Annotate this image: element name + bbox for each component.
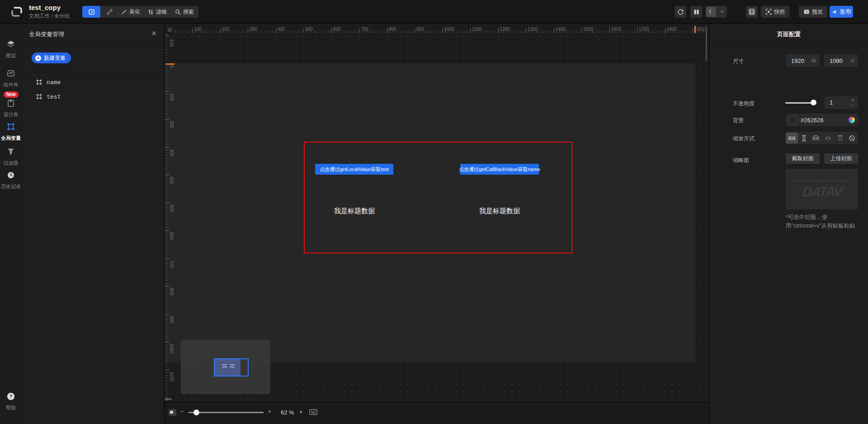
scale-uniform-button[interactable] [822,132,834,144]
zoom-slider-handle[interactable] [193,410,199,415]
config-panel-title: 页面配置 [709,23,868,46]
step-down-button[interactable]: − [849,102,856,108]
zoom-percent-value[interactable]: 62 % [281,409,294,416]
ruler-label: 300 [169,149,174,157]
new-variable-label: 新建变量 [44,54,66,62]
ruler-tick [165,36,170,36]
left-icon-bar: 图层 组件库 New 设计库 全局变量 过滤器 历史记录 ? 帮助 [0,23,22,424]
ruler-tick [165,258,170,259]
canvas-footer-bar: − + 62 % ▼ [165,402,709,424]
sidebar-item-help[interactable]: ? 帮助 [0,392,22,411]
sidebar-item-global-vars[interactable]: 全局变量 [0,122,22,142]
publish-button[interactable]: 发布 [830,6,853,18]
sidebar-item-filters[interactable]: 过滤器 [0,147,22,167]
opacity-slider-handle[interactable] [811,100,816,105]
sidebar-label: 帮助 [0,405,22,411]
ruler-tick [470,28,471,33]
canvas-workspace[interactable]: 点击通过getLocalValue获取test 点击通过getCallBackV… [165,23,709,424]
ruler-label: 400 [169,176,174,184]
edit-doc-icon [88,9,95,15]
sidebar-item-components[interactable]: 组件库 [0,69,22,88]
scale-full-button[interactable] [810,132,822,144]
edit-mode-tab[interactable] [82,6,100,18]
top-bar: test_copy 文档工作 / 未分组 美化 滤镜 搜索 [0,0,868,24]
minimap[interactable] [181,340,270,394]
component-library-icon [6,69,15,78]
canvas-button-getlocalvalue[interactable]: 点击通过getLocalValue获取test [315,164,393,175]
minimap-viewport[interactable] [214,358,249,376]
ruler-tick [220,28,221,33]
variable-name: test [47,93,61,100]
ruler-tick [387,28,387,33]
color-swatch[interactable] [789,116,797,124]
selection-outline[interactable] [304,142,572,253]
vertical-scrollbar[interactable] [706,26,707,61]
dark-mode-button[interactable]: ☾ [706,7,716,17]
canvas-title-text[interactable]: 我是标题数据 [316,207,393,217]
sidebar-item-layers[interactable]: 图层 [0,40,22,59]
keyboard-shortcuts-icon[interactable] [309,409,317,415]
ruler-tick [165,63,170,64]
snapshot-button[interactable]: 快照 [761,6,789,18]
minimap-buttons-glyph [222,364,227,368]
moon-icon: ☾ [709,9,714,15]
opacity-stepper[interactable]: 1 + − [824,96,858,109]
scale-mode-label: 缩放方式 [733,135,755,143]
zoom-slider-track[interactable] [189,412,264,413]
ruler-label: 1200 [500,27,510,32]
variable-list-item[interactable]: test [22,89,165,104]
node-mode-tab[interactable] [100,6,118,18]
ruler-label: 500 [169,205,174,212]
minimap-page-thumb [215,359,241,376]
ruler-tick [693,28,693,33]
variable-list-item[interactable]: name [22,75,165,89]
preview-button[interactable]: 预览 [799,6,827,18]
feedback-button[interactable]: ! [746,6,758,18]
zoom-out-button[interactable]: − [180,408,184,415]
canvas-title-text[interactable]: 我是标题数据 [461,207,538,217]
app-logo-icon[interactable] [10,5,24,19]
breadcrumb: 文档工作 / 未分组 [29,13,70,19]
panel-layout-button[interactable] [690,6,702,18]
sliders-icon [148,9,154,15]
ruler-label: 800 [169,288,174,295]
new-variable-button[interactable]: + 新建变量 [32,52,71,63]
canvas-button-getcallbackvalue[interactable]: 点击通过getCallBackValue获取name [460,164,539,175]
ruler-toggle-icon[interactable]: ⊘ [167,26,172,33]
sidebar-label: 全局变量 [0,135,22,142]
filter-effects-button[interactable]: 滤镜 [143,6,171,18]
ruler-tick [665,28,665,33]
ruler-tick [192,28,193,33]
upload-cover-button[interactable]: 上传封面 [824,153,858,164]
height-input[interactable]: 1080 H [824,54,858,67]
sidebar-item-history[interactable]: 历史记录 [0,171,22,190]
search-button[interactable]: 搜索 [170,6,198,18]
beautify-button[interactable]: 美化 [117,6,145,18]
chevron-down-icon[interactable]: ▼ [299,410,303,414]
ruler-tick [165,286,170,286]
scale-none-button[interactable] [846,132,858,144]
ruler-tick [165,203,170,203]
capture-cover-button[interactable]: 截取封面 [786,153,820,164]
light-mode-button[interactable]: ☀ [717,6,727,18]
global-variable-icon [6,122,15,131]
ruler-tick [581,28,582,33]
zoom-in-button[interactable]: + [268,408,271,415]
color-wheel-icon[interactable] [849,117,855,123]
close-icon[interactable]: ✕ [151,29,157,38]
ruler-label: 800 [389,27,396,32]
ruler-label: 200 [169,121,174,129]
ruler-label: 300 [250,27,257,32]
scale-fit-height-button[interactable] [798,132,810,144]
sidebar-item-design[interactable]: New 设计库 [0,99,22,118]
reset-view-button[interactable] [675,6,686,18]
scale-original-button[interactable] [834,132,846,144]
width-input[interactable]: 1920 W [786,54,820,67]
background-color-input[interactable]: #262626 [786,114,858,126]
ruler-tick [609,28,610,33]
scale-fit-width-button[interactable] [786,133,798,143]
thumbnail-preview[interactable]: DATA VISUALIZATION LABV DATAV [786,169,858,210]
node-link-icon [106,9,113,15]
horizontal-scrollbar[interactable] [165,398,172,400]
minimap-toggle-icon[interactable] [169,409,176,416]
